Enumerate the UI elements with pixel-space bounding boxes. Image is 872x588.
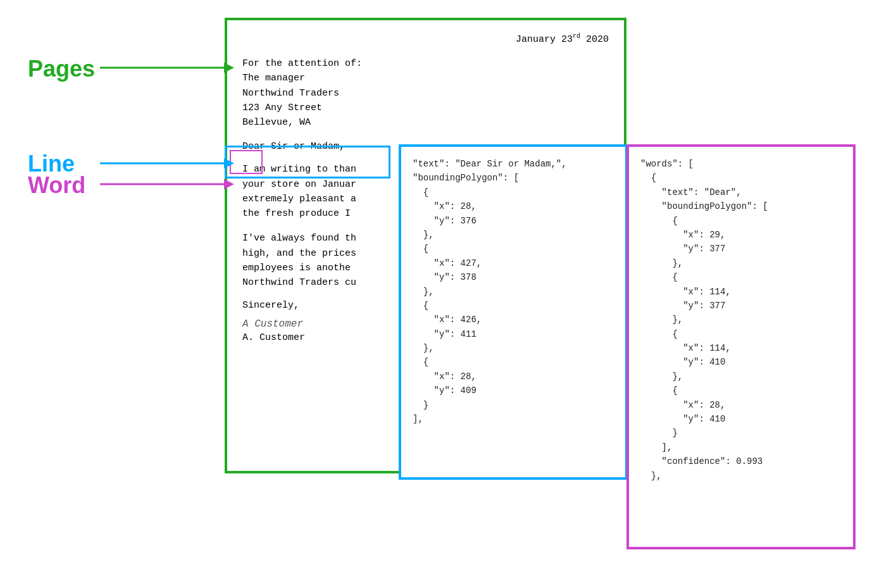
word-label: Word (28, 172, 85, 199)
doc-date: January 23rd 2020 (242, 33, 609, 45)
json-magenta-content: "words": [ { "text": "Dear", "boundingPo… (640, 157, 842, 483)
pages-label: Pages (28, 56, 95, 82)
doc-address: For the attention of: The manager Northw… (242, 56, 609, 130)
json-magenta-panel: "words": [ { "text": "Dear", "boundingPo… (626, 144, 856, 549)
json-blue-content: "text": "Dear Sir or Madam,", "boundingP… (413, 157, 614, 426)
json-blue-panel: "text": "Dear Sir or Madam,", "boundingP… (399, 144, 628, 480)
